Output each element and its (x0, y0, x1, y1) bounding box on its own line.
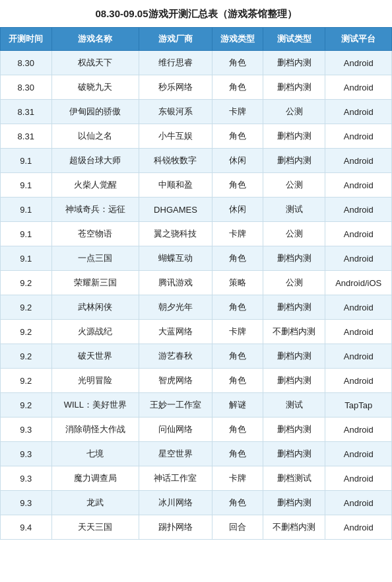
main-table: 开测时间游戏名称游戏厂商游戏类型测试类型测试平台 8.30权战天下维行思睿角色删… (0, 27, 392, 540)
table-cell: 休闲 (212, 149, 263, 173)
table-cell: 9.2 (1, 320, 52, 344)
table-cell: 卡牌 (212, 222, 263, 246)
table-row: 9.2荣耀新三国腾讯游戏策略公测Android/iOS (1, 271, 392, 295)
table-cell: 卡牌 (212, 320, 263, 344)
table-cell: 中顺和盈 (139, 173, 212, 198)
table-cell: 消除萌怪大作战 (51, 418, 139, 442)
table-cell: 删档内测 (263, 75, 325, 100)
table-cell: 9.2 (1, 369, 52, 393)
table-cell: Android (325, 222, 392, 246)
table-cell: Android (325, 418, 392, 442)
table-cell: 大蓝网络 (139, 320, 212, 344)
table-row: 9.3消除萌怪大作战问仙网络角色删档内测Android (1, 418, 392, 442)
table-row: 9.4天天三国踢扑网络回合不删档内测Android (1, 515, 392, 540)
table-header-cell: 测试类型 (263, 28, 325, 51)
table-cell: 火源战纪 (51, 320, 139, 344)
table-cell: 角色 (212, 75, 263, 100)
table-cell: 回合 (212, 515, 263, 540)
table-cell: 东银河系 (139, 100, 212, 124)
table-cell: 蝴蝶互动 (139, 246, 212, 271)
table-cell: 公测 (263, 271, 325, 295)
table-cell: DHGAMES (139, 198, 212, 222)
table-cell: 删档内测 (263, 344, 325, 369)
table-cell: 8.31 (1, 124, 52, 149)
table-cell: Android (325, 246, 392, 271)
table-cell: Android (325, 124, 392, 149)
table-cell: 冰川网络 (139, 491, 212, 515)
table-cell: 删档内测 (263, 295, 325, 320)
table-cell: Android (325, 344, 392, 369)
table-cell: 9.1 (1, 222, 52, 246)
table-cell: 光明冒险 (51, 369, 139, 393)
table-cell: 删档内测 (263, 491, 325, 515)
table-cell: Android/iOS (325, 271, 392, 295)
table-cell: Android (325, 491, 392, 515)
table-body: 8.30权战天下维行思睿角色删档内测Android8.30破晓九天秒乐网络角色删… (1, 51, 392, 540)
table-cell: 星空世界 (139, 442, 212, 466)
table-row: 9.2火源战纪大蓝网络卡牌不删档内测Android (1, 320, 392, 344)
table-header-cell: 测试平台 (325, 28, 392, 51)
table-cell: 卡牌 (212, 100, 263, 124)
table-cell: Android (325, 100, 392, 124)
table-cell: 测试 (263, 393, 325, 418)
table-cell: 角色 (212, 491, 263, 515)
table-cell: 秒乐网络 (139, 75, 212, 100)
table-cell: 翼之骁科技 (139, 222, 212, 246)
table-cell: 角色 (212, 369, 263, 393)
table-cell: 超级台球大师 (51, 149, 139, 173)
table-cell: 游艺春秋 (139, 344, 212, 369)
table-row: 8.30权战天下维行思睿角色删档内测Android (1, 51, 392, 75)
table-cell: 删档内测 (263, 246, 325, 271)
table-cell: 9.3 (1, 466, 52, 491)
table-row: 9.2WILL：美好世界王妙一工作室解谜测试TapTap (1, 393, 392, 418)
table-row: 9.3魔力调查局神话工作室卡牌删档测试Android (1, 466, 392, 491)
table-cell: 角色 (212, 295, 263, 320)
table-cell: 删档内测 (263, 369, 325, 393)
table-cell: 9.2 (1, 393, 52, 418)
table-cell: Android (325, 515, 392, 540)
table-cell: 科锐牧数字 (139, 149, 212, 173)
table-cell: 权战天下 (51, 51, 139, 75)
table-cell: 问仙网络 (139, 418, 212, 442)
table-cell: 删档测试 (263, 466, 325, 491)
table-cell: 龙武 (51, 491, 139, 515)
table-cell: 一点三国 (51, 246, 139, 271)
table-cell: 9.2 (1, 344, 52, 369)
table-cell: 破晓九天 (51, 75, 139, 100)
table-row: 9.2武林闲侠朝夕光年角色删档内测Android (1, 295, 392, 320)
table-row: 8.30破晓九天秒乐网络角色删档内测Android (1, 75, 392, 100)
table-cell: Android (325, 295, 392, 320)
table-cell: Android (325, 466, 392, 491)
table-cell: 删档内测 (263, 51, 325, 75)
table-row: 9.1超级台球大师科锐牧数字休闲删档内测Android (1, 149, 392, 173)
table-cell: Android (325, 173, 392, 198)
table-cell: 火柴人觉醒 (51, 173, 139, 198)
table-cell: 角色 (212, 173, 263, 198)
table-cell: 朝夕光年 (139, 295, 212, 320)
table-cell: 公测 (263, 100, 325, 124)
table-cell: 8.30 (1, 75, 52, 100)
table-row: 9.1火柴人觉醒中顺和盈角色公测Android (1, 173, 392, 198)
table-cell: 公测 (263, 222, 325, 246)
table-cell: 9.4 (1, 515, 52, 540)
table-cell: Android (325, 442, 392, 466)
table-cell: 角色 (212, 344, 263, 369)
table-cell: 策略 (212, 271, 263, 295)
table-cell: WILL：美好世界 (51, 393, 139, 418)
table-row: 9.2光明冒险智虎网络角色删档内测Android (1, 369, 392, 393)
table-cell: 9.2 (1, 271, 52, 295)
table-cell: 苍空物语 (51, 222, 139, 246)
table-cell: Android (325, 198, 392, 222)
table-row: 9.1一点三国蝴蝶互动角色删档内测Android (1, 246, 392, 271)
table-cell: 角色 (212, 124, 263, 149)
table-row: 9.3龙武冰川网络角色删档内测Android (1, 491, 392, 515)
table-row: 8.31伊甸园的骄傲东银河系卡牌公测Android (1, 100, 392, 124)
table-row: 9.3七境星空世界角色删档内测Android (1, 442, 392, 466)
table-row: 9.2破天世界游艺春秋角色删档内测Android (1, 344, 392, 369)
table-cell: 七境 (51, 442, 139, 466)
table-cell: 维行思睿 (139, 51, 212, 75)
table-cell: 魔力调查局 (51, 466, 139, 491)
table-cell: 天天三国 (51, 515, 139, 540)
table-cell: 踢扑网络 (139, 515, 212, 540)
table-cell: 角色 (212, 418, 263, 442)
